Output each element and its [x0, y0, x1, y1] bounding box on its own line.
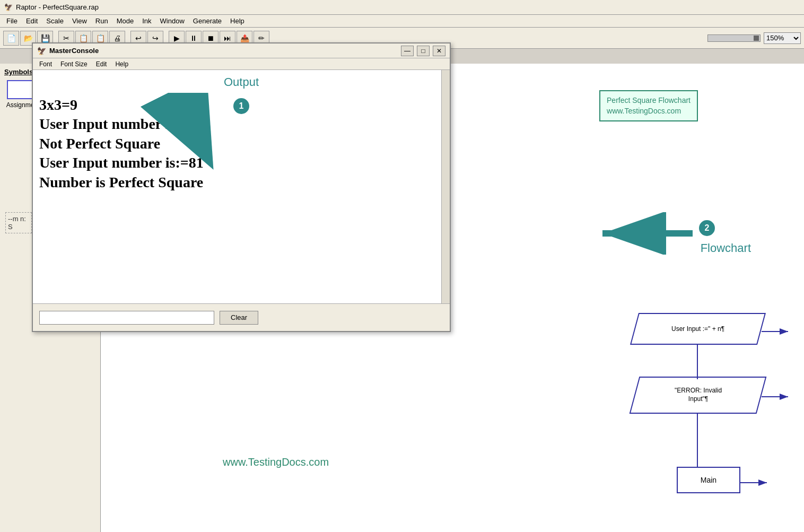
- fc-arrow-right-2: [762, 391, 793, 402]
- menu-edit[interactable]: Edit: [22, 16, 42, 26]
- menu-help[interactable]: Help: [226, 16, 249, 26]
- fc-vertical-line-3: [697, 414, 698, 467]
- console-output-header: Output: [33, 75, 450, 89]
- website-label: www.TestingDocs.com: [223, 456, 329, 468]
- menu-generate[interactable]: Generate: [189, 16, 226, 26]
- console-menu-bar: Font Font Size Edit Help: [33, 58, 450, 70]
- fc-arrow-right-1: [762, 326, 793, 337]
- console-footer: Clear: [33, 303, 450, 331]
- left-input-label: --m n: S: [5, 212, 32, 233]
- fc-parallelogram-1-text: User Input :=" + n¶: [671, 325, 724, 333]
- fc-rect-main-text: Main: [701, 476, 716, 484]
- menu-run[interactable]: Run: [91, 16, 112, 26]
- fc-arrow-right-3: [740, 477, 772, 488]
- arrow-2-svg: [592, 212, 698, 255]
- annotation-line1: Perfect Square Flowchart: [607, 95, 691, 106]
- app-icon: 🦅: [4, 3, 13, 12]
- console-title: MasterConsole: [49, 47, 99, 55]
- console-window: 🦅 MasterConsole — □ ✕ Font Font Size Edi…: [32, 42, 451, 332]
- menu-view[interactable]: View: [68, 16, 91, 26]
- annotation-line2: www.TestingDocs.com: [607, 106, 691, 117]
- console-line-2: User Input number is:=80: [39, 115, 443, 134]
- console-line-3: Not Perfect Square: [39, 134, 443, 153]
- console-maximize-btn[interactable]: □: [417, 46, 430, 56]
- console-scrollbar[interactable]: [441, 70, 450, 303]
- zoom-slider[interactable]: [707, 34, 761, 42]
- input-label-text: --m n: S: [8, 215, 26, 231]
- console-icon: 🦅: [37, 47, 46, 55]
- menu-bar: File Edit Scale View Run Mode Ink Window…: [0, 15, 804, 28]
- annotation-box: Perfect Square Flowchart www.TestingDocs…: [599, 90, 698, 121]
- fc-parallelogram-1: User Input :=" + n¶: [630, 313, 766, 345]
- app-title: Raptor - PerfectSquare.rap: [16, 3, 99, 11]
- zoom-slider-thumb: [754, 36, 759, 41]
- menu-mode[interactable]: Mode: [112, 16, 138, 26]
- console-input[interactable]: [39, 311, 214, 325]
- flowchart-label: Flowchart: [701, 241, 751, 255]
- console-close-btn[interactable]: ✕: [433, 46, 445, 56]
- toolbar-new[interactable]: 📄: [3, 31, 19, 46]
- console-window-controls: — □ ✕: [401, 46, 445, 56]
- console-line-5: Number is Perfect Square: [39, 173, 443, 192]
- menu-file[interactable]: File: [2, 16, 22, 26]
- title-bar: 🦅 Raptor - PerfectSquare.rap: [0, 0, 804, 15]
- fc-parallelogram-2: "ERROR: InvalidInput"¶: [630, 377, 767, 414]
- console-title-bar: 🦅 MasterConsole — □ ✕: [33, 43, 450, 58]
- console-menu-font[interactable]: Font: [36, 60, 55, 68]
- console-menu-edit[interactable]: Edit: [93, 60, 110, 68]
- console-line-4: User Input number is:=81: [39, 153, 443, 172]
- circle-badge-2: 2: [699, 220, 715, 236]
- menu-scale[interactable]: Scale: [42, 16, 68, 26]
- zoom-select[interactable]: 50% 75% 100% 125% 150% 175% 200%: [764, 32, 801, 44]
- fc-vertical-line-2: [697, 345, 698, 379]
- console-menu-fontsize[interactable]: Font Size: [57, 60, 91, 68]
- menu-window[interactable]: Window: [156, 16, 189, 26]
- fc-rect-main: Main: [677, 467, 740, 493]
- menu-ink[interactable]: Ink: [138, 16, 155, 26]
- console-minimize-btn[interactable]: —: [401, 46, 414, 56]
- console-clear-button[interactable]: Clear: [220, 311, 258, 325]
- console-menu-help[interactable]: Help: [112, 60, 132, 68]
- circle-badge-1: 1: [233, 98, 249, 114]
- fc-parallelogram-2-text: "ERROR: InvalidInput"¶: [675, 387, 722, 403]
- zoom-area: 50% 75% 100% 125% 150% 175% 200%: [707, 32, 801, 44]
